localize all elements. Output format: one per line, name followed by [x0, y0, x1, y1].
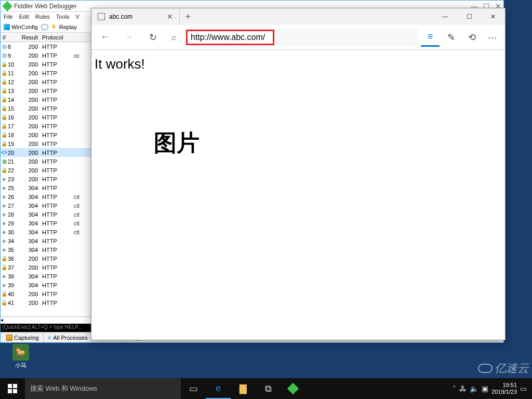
refresh-button[interactable]: ↻: [142, 27, 163, 48]
session-id: 34: [8, 238, 16, 244]
tray-network-icon[interactable]: 🖧: [459, 384, 467, 393]
replay-button[interactable]: Replay: [59, 24, 77, 30]
session-protocol: HTTP: [42, 203, 71, 209]
session-result: 200: [16, 97, 42, 103]
session-result: 200: [16, 132, 42, 138]
address-bar[interactable]: http://www.abc.com/: [186, 30, 274, 45]
cloud-icon: [478, 364, 493, 373]
session-result: 200: [16, 176, 42, 182]
tab-title: abc.com: [109, 13, 132, 20]
edge-minimize-icon[interactable]: —: [433, 8, 457, 25]
tray-volume-icon[interactable]: 🔈: [470, 384, 478, 393]
desktop-icon[interactable]: 🐎 小马: [8, 344, 33, 369]
tray-clock[interactable]: 19:51 2019/1/23: [491, 382, 517, 395]
forward-button[interactable]: →: [118, 27, 139, 48]
session-id: 19: [8, 141, 16, 147]
menu-tools[interactable]: Tools: [56, 14, 70, 20]
comment-icon[interactable]: [41, 24, 48, 30]
search-icon[interactable]: ⌕: [166, 33, 182, 42]
session-protocol: HTTP: [42, 97, 71, 103]
replay-bolt-icon: ↯: [51, 23, 56, 30]
share-icon[interactable]: ⟲: [462, 28, 481, 47]
session-result: 200: [16, 88, 42, 94]
col-protocol[interactable]: Protocol: [42, 34, 71, 41]
fiddler-taskbar-icon[interactable]: [281, 378, 305, 399]
task-icons: ▭ e ▇ ⧉: [181, 378, 305, 399]
status-processes[interactable]: ≡All Processes: [44, 332, 92, 342]
taskview-icon[interactable]: ▭: [181, 378, 206, 399]
session-type-icon: ◈: [1, 220, 8, 226]
session-protocol: HTTP: [42, 300, 71, 306]
session-type-icon: 🔒: [1, 123, 8, 129]
col-result[interactable]: Result: [16, 34, 42, 41]
edge-maximize-icon[interactable]: ☐: [457, 8, 481, 25]
status-capturing[interactable]: Capturing: [1, 332, 44, 342]
edge-close-icon[interactable]: ✕: [481, 8, 505, 25]
menu-file[interactable]: File: [4, 14, 13, 20]
session-id: 9: [8, 52, 16, 59]
taskbar-search[interactable]: 搜索 Web 和 Windows: [25, 378, 181, 399]
session-result: 304: [16, 229, 42, 235]
page-heading: It works!: [95, 56, 502, 72]
session-id: 20: [8, 150, 16, 156]
explorer-taskbar-icon[interactable]: ▇: [231, 378, 256, 399]
session-type-icon: 🔒: [1, 141, 8, 147]
session-protocol: HTTP: [42, 114, 71, 121]
session-result: 304: [16, 273, 42, 280]
windows-logo-icon: [8, 384, 17, 393]
session-protocol: HTTP: [42, 229, 71, 235]
col-num[interactable]: #: [1, 34, 16, 41]
edge-window: abc.com ✕ + — ☐ ✕ ← → ↻ ⌕ http://www.abc…: [91, 8, 506, 340]
session-protocol: HTTP: [42, 211, 71, 218]
session-result: 304: [16, 282, 42, 288]
edge-tabstrip: abc.com ✕ + — ☐ ✕: [91, 8, 505, 25]
session-id: 27: [8, 203, 16, 209]
session-result: 200: [16, 264, 42, 271]
session-id: 38: [8, 273, 16, 280]
session-type-icon: 🔒: [1, 61, 8, 67]
session-type-icon: ◈: [1, 211, 8, 217]
session-id: 12: [8, 79, 16, 85]
session-type-icon: ◈: [1, 229, 8, 235]
tray-notifications-icon[interactable]: ▭: [520, 384, 527, 393]
session-result: 200: [16, 114, 42, 121]
session-id: 8: [8, 44, 16, 50]
session-type-icon: 🔒: [1, 114, 8, 120]
menu-edit[interactable]: Edit: [19, 14, 29, 20]
session-result: 200: [16, 141, 42, 147]
reading-view-icon[interactable]: ≡: [421, 28, 440, 47]
system-tray: ˄ 🖧 🔈 ▣ 19:51 2019/1/23 ▭: [447, 382, 532, 395]
menu-rules[interactable]: Rules: [35, 14, 50, 20]
session-protocol: HTTP: [42, 273, 71, 280]
fiddler-logo-icon: [2, 1, 12, 11]
session-protocol: HTTP: [42, 79, 71, 85]
session-id: 22: [8, 167, 16, 174]
session-result: 304: [16, 211, 42, 218]
address-bar-wrap[interactable]: http://www.abc.com/: [185, 29, 418, 46]
notes-icon[interactable]: ✎: [442, 28, 460, 47]
session-type-icon: 🔒: [1, 167, 8, 173]
start-button[interactable]: [0, 378, 25, 399]
session-protocol: HTTP: [42, 247, 71, 253]
session-id: 17: [8, 123, 16, 129]
more-icon[interactable]: ⋯: [483, 28, 502, 47]
session-protocol: HTTP: [42, 150, 71, 156]
session-protocol: HTTP: [42, 264, 71, 271]
edge-tab-active[interactable]: abc.com ✕: [91, 8, 180, 25]
session-id: 23: [8, 176, 16, 182]
session-type-icon: 🔒: [1, 105, 8, 111]
session-result: 304: [16, 220, 42, 227]
session-id: 36: [8, 256, 16, 262]
winconfig-button[interactable]: WinConfig: [4, 24, 38, 30]
tab-close-icon[interactable]: ✕: [167, 12, 173, 21]
back-button[interactable]: ←: [95, 27, 115, 48]
menu-view[interactable]: V: [76, 14, 79, 20]
session-result: 304: [16, 203, 42, 209]
session-id: 41: [8, 300, 16, 306]
store-taskbar-icon[interactable]: ⧉: [256, 378, 281, 399]
session-type-icon: <>: [1, 150, 8, 155]
new-tab-button[interactable]: +: [180, 11, 196, 22]
edge-taskbar-icon[interactable]: e: [206, 378, 231, 399]
tray-chevron-up-icon[interactable]: ˄: [453, 384, 456, 393]
tray-ime-icon[interactable]: ▣: [482, 384, 488, 393]
